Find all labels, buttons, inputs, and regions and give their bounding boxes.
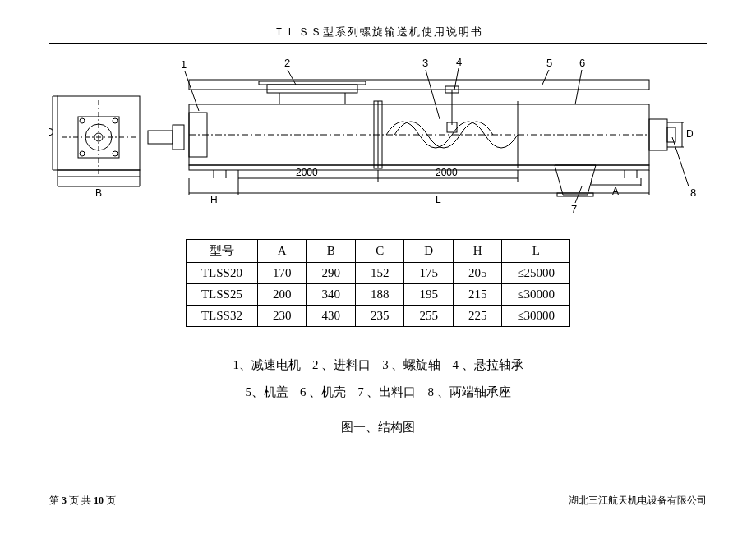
cell: 205 — [453, 263, 502, 284]
legend-item: 2 、进料口 — [312, 352, 371, 379]
cell: 225 — [453, 306, 502, 327]
cell: ≤30000 — [502, 284, 570, 306]
dim-seg2: 2000 — [436, 167, 458, 178]
page-header-title: ＴＬＳＳ型系列螺旋输送机使用说明书 — [49, 25, 707, 39]
cell: 170 — [257, 263, 307, 284]
legend-item: 1、减速电机 — [233, 352, 301, 379]
cell: 152 — [355, 263, 404, 284]
callout-3: 3 — [422, 57, 428, 69]
th-H: H — [453, 240, 502, 263]
callout-2: 2 — [284, 57, 290, 69]
dim-D: D — [686, 128, 694, 140]
cell: ≤25000 — [502, 263, 570, 284]
legend-item: 6 、机壳 — [300, 379, 346, 406]
cell: ≤30000 — [502, 306, 570, 327]
th-L: L — [502, 240, 570, 263]
spec-table: 型号 A B C D H L TLSS20 170 290 152 175 20… — [186, 239, 570, 327]
th-model: 型号 — [186, 240, 257, 263]
figure-caption: 图一、结构图 — [49, 414, 707, 441]
th-B: B — [307, 240, 356, 263]
svg-rect-26 — [259, 81, 366, 85]
cell: 175 — [404, 263, 454, 284]
callout-5: 5 — [546, 57, 552, 69]
technical-drawing: C B 2000 2000 H L A D 1 2 3 4 5 6 7 8 — [49, 55, 707, 219]
svg-line-61 — [542, 70, 549, 85]
header-rule — [49, 43, 707, 44]
svg-rect-36 — [189, 165, 649, 170]
cell: 255 — [404, 306, 454, 327]
callout-8: 8 — [690, 186, 696, 199]
legend-item: 5、机盖 — [245, 379, 288, 406]
cell: 215 — [453, 284, 502, 306]
table-row: TLSS20 170 290 152 175 205 ≤25000 — [186, 263, 569, 284]
company-name: 湖北三江航天机电设备有限公司 — [569, 494, 707, 508]
dim-C: C — [49, 127, 53, 138]
th-A: A — [257, 240, 307, 263]
cell: TLSS20 — [186, 263, 257, 284]
dim-H: H — [210, 194, 218, 205]
callout-6: 6 — [579, 57, 585, 69]
cell: 195 — [404, 284, 454, 306]
cell: TLSS32 — [186, 306, 257, 327]
th-C: C — [355, 240, 404, 263]
table-row: TLSS25 200 340 188 195 215 ≤30000 — [186, 284, 569, 306]
page-number: 第 3 页 共 10 页 — [49, 494, 116, 508]
dim-A: A — [612, 186, 619, 197]
footer-rule — [49, 490, 707, 490]
svg-line-59 — [426, 70, 440, 119]
svg-rect-23 — [649, 119, 667, 150]
parts-legend: 1、减速电机 2 、进料口 3 、螺旋轴 4 、悬拉轴承 5、机盖 6 、机壳 … — [49, 352, 707, 441]
svg-line-57 — [185, 71, 199, 111]
cell: 230 — [257, 306, 307, 327]
callout-4: 4 — [456, 56, 462, 68]
page-footer: 第 3 页 共 10 页 湖北三江航天机电设备有限公司 — [49, 490, 707, 508]
svg-point-5 — [113, 118, 118, 123]
svg-point-6 — [80, 151, 85, 156]
callout-7: 7 — [571, 203, 577, 215]
legend-item: 3 、螺旋轴 — [382, 352, 440, 379]
legend-item: 8 、两端轴承座 — [427, 379, 510, 406]
svg-line-64 — [672, 137, 689, 186]
svg-rect-25 — [267, 85, 357, 93]
cell: 188 — [355, 284, 404, 306]
cell: 290 — [307, 263, 356, 284]
table-row: TLSS32 230 430 235 255 225 ≤30000 — [186, 306, 569, 327]
dim-B: B — [95, 187, 102, 199]
legend-row-2: 5、机盖 6 、机壳 7 、出料口 8 、两端轴承座 — [49, 379, 707, 406]
svg-rect-24 — [667, 127, 675, 142]
svg-rect-18 — [173, 125, 184, 150]
legend-item: 7 、出料口 — [357, 379, 416, 406]
svg-line-62 — [575, 70, 582, 104]
cell: 200 — [257, 284, 307, 306]
svg-point-7 — [113, 151, 118, 156]
dim-L: L — [436, 194, 441, 205]
dim-seg1: 2000 — [296, 167, 318, 178]
svg-rect-17 — [148, 131, 173, 144]
cell: TLSS25 — [186, 284, 257, 306]
svg-rect-19 — [189, 80, 649, 90]
cell: 430 — [307, 306, 356, 327]
legend-row-1: 1、减速电机 2 、进料口 3 、螺旋轴 4 、悬拉轴承 — [49, 352, 707, 379]
legend-item: 4 、悬拉轴承 — [452, 352, 523, 379]
table-header-row: 型号 A B C D H L — [186, 240, 569, 263]
th-D: D — [404, 240, 454, 263]
svg-point-4 — [80, 118, 85, 123]
svg-line-58 — [288, 70, 296, 85]
cell: 340 — [307, 284, 356, 306]
callout-1: 1 — [181, 58, 187, 71]
cell: 235 — [355, 306, 404, 327]
